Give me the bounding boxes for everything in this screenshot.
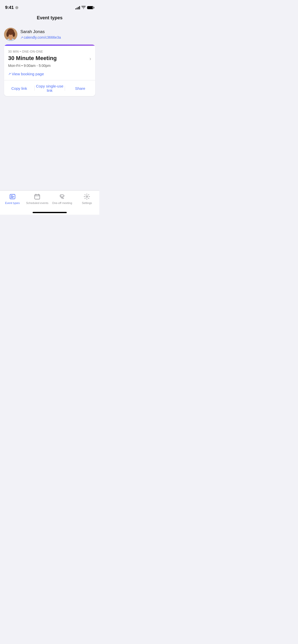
copy-single-use-link-button[interactable]: Copy single-use link [35,80,65,96]
status-icons [75,6,94,9]
external-link-icon: ↗ [20,36,23,39]
event-schedule: Mon-Fri • 9:00am - 5:00pm [8,64,91,68]
view-booking-link[interactable]: ↗ View booking page [8,72,91,76]
event-title-row[interactable]: 30 Minute Meeting › [8,55,91,62]
svg-rect-12 [35,195,40,199]
event-types-icon [9,193,16,200]
status-time: 9:41 [5,5,18,10]
wifi-icon [82,6,86,9]
page-title-bar: Event types [0,13,99,25]
settings-icon [83,193,90,200]
svg-line-17 [61,197,62,199]
page-title: Event types [37,15,62,20]
content-area: Sarah Jonas ↗ calendly.com/c3666e3a 30 M… [0,25,99,145]
user-name: Sarah Jonas [20,29,61,34]
one-off-meeting-tab-label: One-off meeting [52,201,72,205]
scheduled-events-tab-label: Scheduled events [26,201,48,205]
event-card-actions: Copy link Copy single-use link Share [4,80,95,96]
user-link[interactable]: ↗ calendly.com/c3666e3a [20,35,61,39]
signal-icon [75,6,80,9]
user-header: Sarah Jonas ↗ calendly.com/c3666e3a [4,28,95,41]
settings-tab-label: Settings [82,201,92,205]
svg-line-18 [62,197,64,199]
status-bar: 9:41 [0,0,99,13]
share-button[interactable]: Share [65,83,95,94]
event-card: 30 MIN • ONE-ON-ONE 30 Minute Meeting › … [4,45,95,96]
tab-settings[interactable]: Settings [75,193,100,205]
tab-bar: Event types Scheduled events One-off mee… [0,190,99,212]
home-bar [33,212,67,213]
status-dot [15,6,18,9]
time-label: 9:41 [5,5,14,10]
tab-scheduled-events[interactable]: Scheduled events [25,193,50,205]
svg-point-16 [61,196,61,196]
tab-event-types[interactable]: Event types [0,193,25,205]
svg-rect-7 [9,37,12,40]
home-indicator [0,212,99,215]
svg-point-5 [12,32,15,37]
battery-icon [87,6,94,9]
avatar [4,28,17,41]
spacer [0,145,99,190]
tab-one-off-meeting[interactable]: One-off meeting [50,193,75,205]
event-types-tab-label: Event types [5,201,20,205]
copy-link-button[interactable]: Copy link [4,83,34,94]
event-card-body: 30 MIN • ONE-ON-ONE 30 Minute Meeting › … [4,46,95,76]
scheduled-events-icon [34,193,41,200]
one-off-meeting-icon [59,193,66,200]
event-title: 30 Minute Meeting [8,55,87,62]
user-info: Sarah Jonas ↗ calendly.com/c3666e3a [20,29,61,39]
svg-point-4 [6,32,9,37]
event-meta: 30 MIN • ONE-ON-ONE [8,50,91,53]
chevron-right-icon: › [87,55,91,62]
booking-link-icon: ↗ [8,72,11,76]
svg-point-19 [86,196,88,197]
